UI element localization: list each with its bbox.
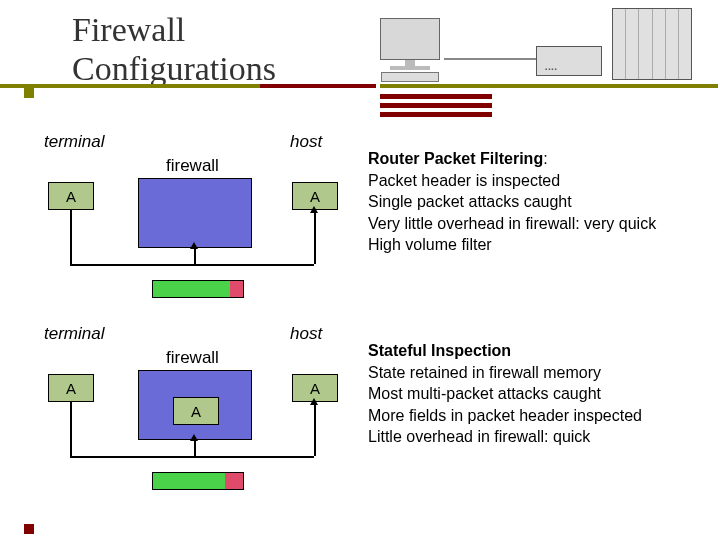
line: State retained in firewall memory [368,364,601,381]
load-bar [152,472,244,490]
arrow-up-icon [310,206,318,213]
rack-icon [612,8,692,80]
label-terminal: terminal [44,132,104,152]
desc-router-filter: Router Packet Filtering: Packet header i… [368,148,656,256]
label-firewall: firewall [166,348,219,368]
line: High volume filter [368,236,492,253]
firewall-box: A [138,370,252,440]
terminal-node: A [48,182,94,210]
line: More fields in packet header inspected [368,407,642,424]
label-host: host [290,132,322,152]
server-icon: ▪▪▪▪ [536,46,602,76]
desc-stateful: Stateful Inspection State retained in fi… [368,340,642,448]
firewall-box [138,178,252,248]
label-firewall: firewall [166,156,219,176]
arrow-up-icon [310,398,318,405]
bullet-icon [24,524,34,534]
rule-right [380,84,718,88]
line: Single packet attacks caught [368,193,572,210]
heading: Stateful Inspection [368,342,511,359]
load-bar [152,280,244,298]
terminal-node: A [48,374,94,402]
arrow-up-icon [190,434,198,441]
label-terminal: terminal [44,324,104,344]
rule-left [0,84,260,88]
heading: Router Packet Filtering [368,150,543,167]
cable-icon [444,58,536,60]
firewall-inner-node: A [173,397,219,425]
line: Little overhead in firewall: quick [368,428,590,445]
computer-icon [376,18,444,80]
rule-mid [260,84,376,88]
line: Packet header is inspected [368,172,560,189]
label-host: host [290,324,322,344]
arrow-up-icon [190,242,198,249]
bullet-icon [24,88,34,98]
line: Very little overhead in firewall: very q… [368,215,656,232]
rule-stack [380,94,492,121]
line: Most multi-packet attacks caught [368,385,601,402]
